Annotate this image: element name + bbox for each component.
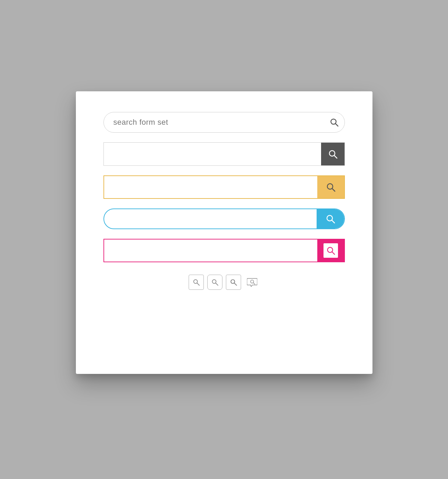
small-search-icon-4 [247,278,257,287]
search-bar-2 [103,142,345,166]
svg-point-12 [212,280,216,284]
main-card [76,91,372,374]
small-search-icon-3 [230,278,237,286]
small-search-icon-2 [211,278,219,286]
svg-line-5 [332,188,335,191]
svg-line-7 [332,220,335,223]
search-button-2[interactable] [321,142,345,166]
svg-line-9 [332,252,334,254]
search-icon-5 [326,246,335,255]
svg-line-17 [253,283,255,285]
search-icon-1 [330,118,339,127]
small-icon-button-1[interactable] [189,275,204,290]
icon-button-row [189,275,260,290]
svg-line-13 [216,283,218,286]
svg-point-10 [193,280,197,284]
search-icon-3 [326,182,336,192]
small-search-icon-1 [192,278,200,286]
search-input-4[interactable] [104,215,317,223]
search-button-5[interactable] [317,239,344,262]
search-bar-4 [103,208,345,229]
search-button-1[interactable] [324,112,345,133]
search-input-2[interactable] [104,151,321,158]
search-bar-3 [103,175,345,199]
search-input-3[interactable] [104,184,317,191]
search-icon-2 [328,149,338,159]
search-icon-4 [326,214,335,224]
small-icon-button-3[interactable] [226,275,241,290]
search-input-5[interactable] [104,247,317,254]
search-input-1[interactable] [104,118,324,127]
search-button-4[interactable] [317,208,344,229]
search-bar-5 [103,239,345,262]
search-bar-1 [103,112,345,133]
small-icon-button-2[interactable] [207,275,222,290]
svg-line-15 [234,283,237,286]
small-icon-button-4[interactable] [245,275,260,290]
search-button-3[interactable] [317,175,344,199]
svg-line-1 [335,124,338,126]
svg-line-3 [334,155,337,158]
svg-line-11 [197,283,199,286]
